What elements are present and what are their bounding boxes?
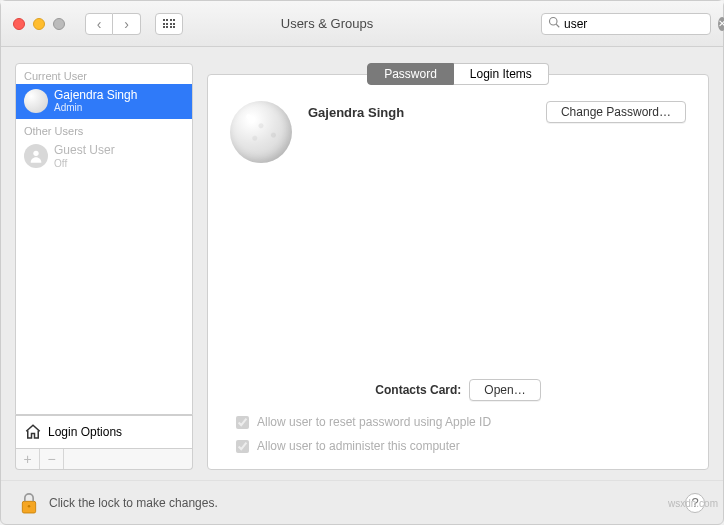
clear-search-button[interactable]: ✕: [718, 17, 724, 31]
login-options-row[interactable]: Login Options: [15, 415, 193, 449]
check-apple-id-row: Allow user to reset password using Apple…: [236, 415, 686, 429]
search-icon: [548, 16, 560, 31]
search-field[interactable]: ✕: [541, 13, 711, 35]
check-admin: [236, 440, 249, 453]
remove-user-button: −: [40, 449, 64, 469]
guest-avatar-icon: [24, 144, 48, 168]
minimize-window-button[interactable]: [33, 18, 45, 30]
chevron-left-icon: ‹: [97, 16, 102, 32]
check-admin-label: Allow user to administer this computer: [257, 439, 460, 453]
check-apple-id-label: Allow user to reset password using Apple…: [257, 415, 491, 429]
add-user-button: +: [16, 449, 40, 469]
zoom-window-button: [53, 18, 65, 30]
avatar-icon: [24, 89, 48, 113]
x-icon: ✕: [718, 18, 724, 29]
titlebar: ‹ › Users & Groups ✕: [1, 1, 723, 47]
svg-point-2: [33, 151, 38, 156]
svg-line-1: [556, 24, 559, 27]
back-button[interactable]: ‹: [85, 13, 113, 35]
user-display-name: Gajendra Singh: [308, 105, 530, 120]
window-title: Users & Groups: [121, 16, 533, 31]
user-list: Current User Gajendra Singh Admin Other …: [15, 63, 193, 415]
content-area: Current User Gajendra Singh Admin Other …: [1, 47, 723, 480]
tab-password[interactable]: Password: [367, 63, 454, 85]
user-role: Admin: [54, 102, 137, 113]
user-header: Gajendra Singh Change Password…: [230, 101, 686, 163]
user-name: Gajendra Singh: [54, 88, 137, 102]
check-apple-id: [236, 416, 249, 429]
svg-point-0: [550, 18, 558, 26]
watermark: wsxdn.com: [668, 498, 718, 509]
tab-bar: Password Login Items: [207, 63, 709, 85]
footer: Click the lock to make changes. ?: [1, 480, 723, 524]
users-groups-window: ‹ › Users & Groups ✕ C: [0, 0, 724, 525]
add-remove-bar: + −: [15, 449, 193, 470]
change-password-button[interactable]: Change Password…: [546, 101, 686, 123]
lock-hint-text: Click the lock to make changes.: [49, 496, 675, 510]
section-other-users: Other Users: [16, 119, 192, 139]
traffic-lights: [13, 18, 65, 30]
user-row-guest[interactable]: Guest User Off: [16, 139, 192, 174]
user-row-current[interactable]: Gajendra Singh Admin: [16, 84, 192, 119]
open-contacts-button[interactable]: Open…: [469, 379, 540, 401]
contacts-card-row: Contacts Card: Open…: [230, 379, 686, 401]
user-avatar-large[interactable]: [230, 101, 292, 163]
section-current-user: Current User: [16, 64, 192, 84]
guest-status: Off: [54, 158, 115, 169]
lock-icon[interactable]: [19, 491, 39, 515]
password-panel: Gajendra Singh Change Password… Contacts…: [207, 74, 709, 470]
close-window-button[interactable]: [13, 18, 25, 30]
sidebar: Current User Gajendra Singh Admin Other …: [15, 63, 193, 470]
search-input[interactable]: [564, 17, 714, 31]
tab-login-items[interactable]: Login Items: [454, 63, 549, 85]
home-icon: [24, 423, 42, 441]
svg-point-4: [28, 505, 31, 508]
main-panel: Password Login Items Gajendra Singh Chan…: [207, 63, 709, 470]
login-options-label: Login Options: [48, 425, 122, 439]
permission-checks: Allow user to reset password using Apple…: [230, 415, 686, 453]
contacts-card-label: Contacts Card:: [375, 383, 461, 397]
guest-name: Guest User: [54, 143, 115, 157]
check-admin-row: Allow user to administer this computer: [236, 439, 686, 453]
